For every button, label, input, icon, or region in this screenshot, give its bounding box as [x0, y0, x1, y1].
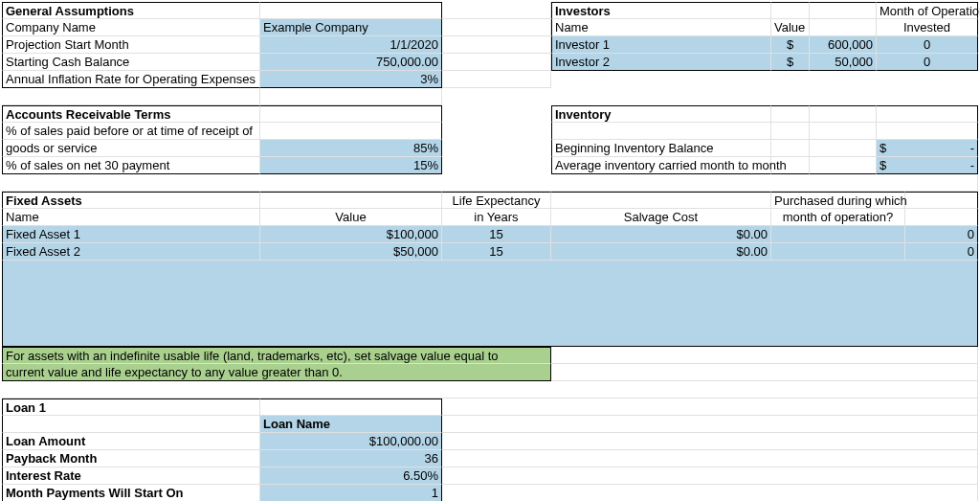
investor-row-month[interactable]: 0 [877, 36, 978, 54]
fa-row-spacer [771, 226, 905, 243]
investor-row-curr: $ [771, 54, 810, 71]
loan-header: Loan 1 [2, 399, 260, 416]
investor-row-name[interactable]: Investor 2 [551, 54, 771, 71]
ar-row1-value-blank [260, 123, 442, 140]
fa-empty-area[interactable] [2, 261, 978, 347]
spreadsheet: General Assumptions Company Name Example… [0, 0, 980, 501]
investors-hdr-spacer [771, 2, 810, 19]
gap-cell [442, 36, 551, 54]
fa-name-hdr: Name [2, 209, 260, 226]
loan-payback-value[interactable]: 36 [260, 450, 442, 467]
fa-row-month[interactable]: 0 [905, 226, 978, 243]
loan-start-label: Month Payments Will Start On [2, 485, 260, 501]
currency-symbol: $ [880, 141, 886, 156]
blank-cell [551, 364, 978, 381]
investors-value-hdr-spacer [810, 19, 877, 36]
fa-hdr-spacer [905, 209, 978, 226]
fa-hdr-spacer [905, 192, 978, 209]
fa-row-name[interactable]: Fixed Asset 1 [2, 226, 260, 243]
inventory-header: Inventory [551, 105, 771, 123]
fa-row-salvage[interactable]: $0.00 [551, 243, 771, 261]
fa-salvage-hdr: Salvage Cost [551, 209, 771, 226]
blank-cell [260, 88, 442, 105]
investor-row-name[interactable]: Investor 1 [551, 36, 771, 54]
ar-row1-value[interactable]: 85% [260, 140, 442, 157]
inv-blank [551, 123, 771, 140]
loan-amount-value[interactable]: $100,000.00 [260, 433, 442, 450]
ar-row2-value[interactable]: 15% [260, 157, 442, 174]
fa-note-b: current value and life expectancy to any… [2, 364, 551, 381]
blank-row [2, 381, 978, 399]
gap-cell [442, 71, 551, 88]
fa-row-name[interactable]: Fixed Asset 2 [2, 243, 260, 261]
inv-blank [810, 123, 877, 140]
company-name-value[interactable]: Example Company [260, 19, 442, 36]
fa-hdr-spacer [551, 192, 771, 209]
inv-blank [771, 123, 810, 140]
loan-amount-label: Loan Amount [2, 433, 260, 450]
loan-hdr-spacer [260, 399, 442, 416]
cash-balance-label: Starting Cash Balance [2, 54, 260, 71]
loan-name-value[interactable]: Loan Name [260, 416, 442, 433]
start-month-label: Projection Start Month [2, 36, 260, 54]
fa-month-hdr-b: month of operation? [771, 209, 905, 226]
company-name-label: Company Name [2, 19, 260, 36]
fa-row-spacer [771, 243, 905, 261]
blank-cell [442, 399, 978, 416]
fa-hdr-spacer [260, 192, 442, 209]
inv-blank [810, 157, 877, 174]
investors-header: Investors [551, 2, 771, 19]
investor-row-month[interactable]: 0 [877, 54, 978, 71]
fixed-assets-header: Fixed Assets [2, 192, 260, 209]
general-header: General Assumptions [2, 2, 260, 19]
loan-payback-label: Payback Month [2, 450, 260, 467]
investors-month-hdr-1: Month of Operation [877, 2, 978, 19]
inv-spacer [771, 105, 810, 123]
ar-header-spacer [260, 105, 442, 123]
gap-cell [442, 19, 551, 36]
fa-life-hdr-b: in Years [442, 209, 551, 226]
fa-row-month[interactable]: 0 [905, 243, 978, 261]
inv-blank [810, 140, 877, 157]
inflation-value[interactable]: 3% [260, 71, 442, 88]
blank-cell [551, 347, 978, 364]
blank-cell [442, 450, 978, 467]
inventory-begin-value[interactable]: $ - [877, 140, 978, 157]
inventory-begin-label: Beginning Inventory Balance [551, 140, 771, 157]
fa-row-life[interactable]: 15 [442, 243, 551, 261]
blank-cell [442, 485, 978, 501]
inv-spacer [877, 105, 978, 123]
fa-life-hdr-a: Life Expectancy [442, 192, 551, 209]
fa-row-life[interactable]: 15 [442, 226, 551, 243]
investor-row-value[interactable]: 50,000 [810, 54, 877, 71]
inv-blank [877, 123, 978, 140]
investors-month-hdr-2: Invested [877, 19, 978, 36]
inventory-dash: - [970, 141, 974, 156]
inventory-avg-value[interactable]: $ - [877, 157, 978, 174]
inventory-dash: - [970, 158, 974, 173]
start-month-value[interactable]: 1/1/2020 [260, 36, 442, 54]
inv-spacer [810, 105, 877, 123]
ar-row1-label-a: % of sales paid before or at time of rec… [2, 123, 260, 140]
loan-start-value[interactable]: 1 [260, 485, 442, 501]
fa-month-hdr-a: Purchased during which [771, 192, 905, 209]
blank-cell [442, 433, 978, 450]
blank-cell [2, 88, 260, 105]
investors-value-hdr: Value [771, 19, 810, 36]
inflation-label: Annual Inflation Rate for Operating Expe… [2, 71, 260, 88]
fa-row-salvage[interactable]: $0.00 [551, 226, 771, 243]
cash-balance-value[interactable]: 750,000.00 [260, 54, 442, 71]
ar-header: Accounts Receivable Terms [2, 105, 260, 123]
investor-row-value[interactable]: 600,000 [810, 36, 877, 54]
gap-cell [442, 2, 551, 19]
loan-name-row-label [2, 416, 260, 433]
fa-row-value[interactable]: $50,000 [260, 243, 442, 261]
blank-row [2, 174, 978, 192]
loan-rate-value[interactable]: 6.50% [260, 467, 442, 485]
ar-row1-label-b: goods or service [2, 140, 260, 157]
loan-rate-label: Interest Rate [2, 467, 260, 485]
fa-value-hdr: Value [260, 209, 442, 226]
investors-hdr-spacer [810, 2, 877, 19]
fa-row-value[interactable]: $100,000 [260, 226, 442, 243]
inv-blank [771, 140, 810, 157]
